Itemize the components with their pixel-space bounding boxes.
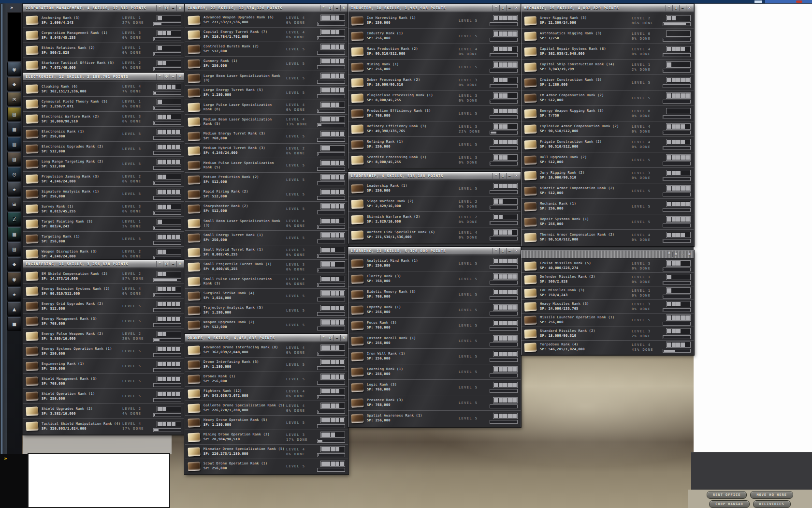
skill-row[interactable]: Small Projectile Turret Rank (1)SP: 8,00…: [185, 259, 348, 274]
skill-row[interactable]: Small Beam Laser Specialization Rank (3)…: [185, 216, 348, 230]
skill-row[interactable]: Focus Rank (3)SP: 768,000LEVEL 5: [348, 317, 521, 333]
minimize-icon[interactable]: −: [679, 5, 686, 11]
skill-row[interactable]: Medium Hybrid Turret Rank (3)SP: 4,246/2…: [185, 143, 348, 158]
items-icon[interactable]: ■: [7, 317, 21, 331]
isk-wallet-icon[interactable]: Z: [7, 212, 21, 226]
skill-row[interactable]: Target Painting Rank (3)SP: 883/4,243LEV…: [23, 216, 184, 231]
skill-row[interactable]: Rapid Firing Rank (2)SP: 512,000LEVEL 5: [185, 187, 348, 201]
skill-row[interactable]: Hull Upgrades Rank (2)SP: 512,000LEVEL 5: [522, 152, 694, 167]
neocom-expand-icon[interactable]: »: [10, 5, 13, 10]
science-icon[interactable]: ◆: [7, 257, 21, 271]
skill-row[interactable]: Armor Rigging Rank (3)SP: 21,309/24,000L…: [522, 13, 694, 28]
skill-row[interactable]: Large Energy Turret Rank (5)SP: 1,280,00…: [185, 85, 348, 100]
skill-row[interactable]: Analytical Mind Rank (1)SP: 256,000LEVEL…: [348, 255, 521, 271]
assets-icon[interactable]: ⊞: [7, 197, 21, 211]
skill-row[interactable]: Electronics Upgrades Rank (2)SP: 512,000…: [23, 141, 184, 156]
skill-row[interactable]: Standard Missiles Rank (2)SP: 18,009/90,…: [522, 327, 694, 340]
skill-row[interactable]: Energy Pulse Weapons Rank (2)SP: 5,580/1…: [23, 329, 184, 344]
skill-row[interactable]: Cynosural Field Theory Rank (5)SP: 1,250…: [23, 96, 184, 111]
journal-icon[interactable]: ▤: [7, 242, 21, 256]
skill-row[interactable]: Plagioclase Processing Rank (1)SP: 8,000…: [348, 90, 521, 105]
skill-row[interactable]: Missile Launcher Operation Rank (1)SP: 2…: [522, 313, 694, 327]
skill-row[interactable]: Motion Prediction Rank (2)SP: 512,000LEV…: [185, 172, 348, 187]
pin-icon[interactable]: *: [320, 335, 327, 341]
skill-row[interactable]: Medium Pulse Laser Specialization Rank (…: [185, 158, 348, 172]
skill-row[interactable]: Medium Beam Laser Specialization Rank (5…: [185, 114, 348, 129]
skill-row[interactable]: Siege Warfare Rank (2)SP: 2,829/16,000LE…: [348, 196, 521, 211]
close-icon[interactable]: ×: [176, 74, 183, 80]
close-icon[interactable]: ×: [176, 5, 183, 11]
os-close-icon[interactable]: [796, 0, 802, 3]
skill-row[interactable]: EM Shield Compensation Rank (2)SP: 14,37…: [23, 269, 184, 284]
calculator-icon[interactable]: ▦: [7, 227, 21, 241]
skill-row[interactable]: Mass Production Rank (2)SP: 90,510/512,0…: [348, 44, 521, 59]
skill-row[interactable]: Shield Upgrades Rank (2)SP: 3,382/16,000…: [23, 403, 184, 418]
skill-row[interactable]: Skirmish Warfare Rank (2)SP: 2,829/16,00…: [348, 211, 521, 227]
neocom-bottom-expand-icon[interactable]: »: [4, 455, 7, 462]
rent-office-button[interactable]: RENT OFFICE: [707, 491, 747, 499]
compact-icon[interactable]: ⊙: [499, 173, 506, 179]
minimize-icon[interactable]: −: [170, 261, 176, 267]
character-sheet-icon[interactable]: ◉: [7, 62, 21, 76]
skill-row[interactable]: Minmatar Drone Specialization Rank (5)SP…: [185, 444, 348, 459]
skill-row[interactable]: Astronautics Rigging Rank (3)SP: 1/750LE…: [522, 28, 694, 44]
pin-icon[interactable]: *: [493, 248, 499, 254]
skill-row[interactable]: Electronic Warfare Rank (2)SP: 16,000/90…: [23, 111, 184, 126]
skill-row[interactable]: Mining Drone Operation Rank (2)SP: 28,98…: [185, 430, 348, 444]
skill-row[interactable]: Heavy Drone Operation Rank (5)SP: 1,280,…: [185, 415, 348, 430]
skill-row[interactable]: Cruise Missiles Rank (5)SP: 40,000/226,2…: [522, 259, 694, 272]
close-icon[interactable]: ×: [513, 5, 520, 11]
compact-icon[interactable]: ⊙: [499, 5, 506, 11]
skill-row[interactable]: Drones Rank (1)SP: 256,000LEVEL 5: [185, 372, 348, 386]
skill-row[interactable]: Clarity Rank (3)SP: 768,000LEVEL 5: [348, 271, 521, 286]
skill-row[interactable]: Small Hybrid Turret Rank (1)SP: 8,002/45…: [185, 245, 348, 259]
compact-icon[interactable]: ⊙: [499, 248, 506, 254]
skill-row[interactable]: Scordite Processing Rank (1)SP: 8,000/45…: [348, 152, 521, 167]
minimize-icon[interactable]: −: [506, 173, 513, 179]
skill-row[interactable]: Drone Interfacing Rank (5)SP: 1,280,000L…: [185, 357, 348, 372]
skill-row[interactable]: Survey Rank (1)SP: 8,013/45,255LEVEL 30%…: [23, 201, 184, 216]
window-titlebar[interactable]: CORPORATION MANAGEMENT, 4 SKILLS, 17,311…: [23, 4, 184, 12]
skill-row[interactable]: Large Pulse Laser Specialization Rank (8…: [185, 100, 348, 114]
corporation-icon[interactable]: ◉: [7, 272, 21, 286]
skill-row[interactable]: Energy Emission Systems Rank (2)SP: 90,5…: [23, 284, 184, 299]
skill-row[interactable]: Mechanic Rank (1)SP: 256,000LEVEL 5: [522, 198, 694, 214]
skill-row[interactable]: Refining Rank (1)SP: 256,000LEVEL 5: [348, 136, 521, 152]
skill-row[interactable]: Cloaking Rank (6)SP: 362,151/1,536,000LE…: [23, 81, 184, 96]
skill-row[interactable]: Heavy Missiles Rank (3)SP: 24,000/135,76…: [522, 299, 694, 313]
deliveries-button[interactable]: DELIVERIES: [753, 500, 791, 508]
skill-row[interactable]: Defender Missiles Rank (2)SP: 500/2,828L…: [522, 272, 694, 286]
skill-row[interactable]: Presence Rank (3)SP: 768,000LEVEL 5: [348, 395, 521, 410]
compact-icon[interactable]: ⊙: [327, 335, 334, 341]
skill-row[interactable]: Frigate Construction Rank (2)SP: 90,510/…: [522, 136, 694, 152]
skill-row[interactable]: Surgical Strike Rank (4)SP: 1,024,000LEV…: [185, 288, 348, 303]
pin-icon[interactable]: *: [666, 252, 672, 257]
close-icon[interactable]: ×: [176, 261, 183, 267]
skill-row[interactable]: Eidetic Memory Rank (3)SP: 768,000LEVEL …: [348, 286, 521, 302]
skill-row[interactable]: Learning Rank (1)SP: 256,000LEVEL 5: [348, 364, 521, 379]
move-hq-here-button[interactable]: MOVE HQ HERE: [750, 491, 793, 499]
skill-row[interactable]: Advanced Weapon Upgrades Rank (6)SP: 271…: [185, 13, 348, 27]
skill-row[interactable]: Warfare Link Specialist Rank (6)SP: 271,…: [348, 227, 521, 242]
skill-row[interactable]: Energy Systems Operation Rank (1)SP: 256…: [23, 344, 184, 359]
skill-row[interactable]: Leadership Rank (1)SP: 256,000LEVEL 5: [348, 180, 521, 196]
window-titlebar[interactable]: LEADERSHIP, 4 SKILLS, 533,188 POINTS *⊙−…: [348, 172, 521, 180]
skill-row[interactable]: Propulsion Jamming Rank (3)SP: 4,246/24,…: [23, 171, 184, 186]
skill-row[interactable]: EM Armor Compensation Rank (2)SP: 512,00…: [522, 90, 694, 105]
skill-row[interactable]: Anchoring Rank (3)SP: 1,696/4,243LEVEL 1…: [23, 13, 184, 28]
window-titlebar[interactable]: *⊙−×: [522, 251, 694, 258]
minimize-icon[interactable]: −: [506, 248, 513, 254]
skill-row[interactable]: Gunnery Rank (1)SP: 256,000LEVEL 5: [185, 56, 348, 71]
skill-row[interactable]: Small Energy Turret Rank (1)SP: 256,000L…: [185, 230, 348, 245]
pin-icon[interactable]: *: [320, 5, 327, 11]
skill-row[interactable]: Advanced Drone Interfacing Rank (8)SP: 3…: [185, 343, 348, 357]
map-icon[interactable]: ◎: [7, 167, 21, 181]
minimize-icon[interactable]: −: [170, 74, 176, 80]
skill-row[interactable]: Tactical Shield Manipulation Rank (4)SP:…: [23, 418, 184, 433]
window-titlebar[interactable]: LEARNING, 11 SKILLS, 5,376,000 POINTS *⊙…: [348, 247, 521, 255]
close-icon[interactable]: ×: [686, 5, 693, 11]
compact-icon[interactable]: ⊙: [163, 261, 170, 267]
skill-row[interactable]: Logic Rank (3)SP: 768,000LEVEL 5: [348, 379, 521, 395]
skill-row[interactable]: Corporation Management Rank (1)SP: 8,043…: [23, 28, 184, 43]
skill-row[interactable]: Controlled Bursts Rank (2)SP: 512,000LEV…: [185, 42, 348, 56]
